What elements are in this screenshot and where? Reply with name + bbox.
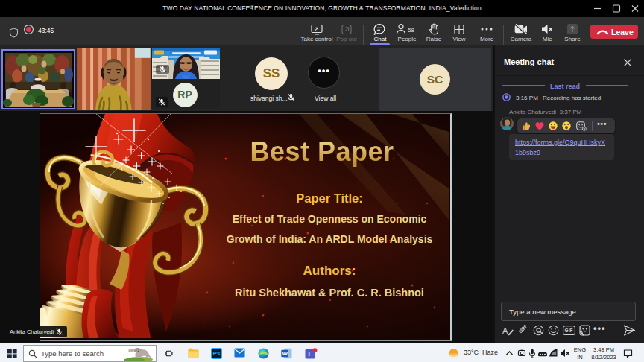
svg-text:A: A [502, 326, 508, 335]
svg-text:GIF: GIF [565, 328, 573, 333]
svg-text:T: T [307, 350, 312, 358]
svg-text:W: W [282, 350, 288, 357]
